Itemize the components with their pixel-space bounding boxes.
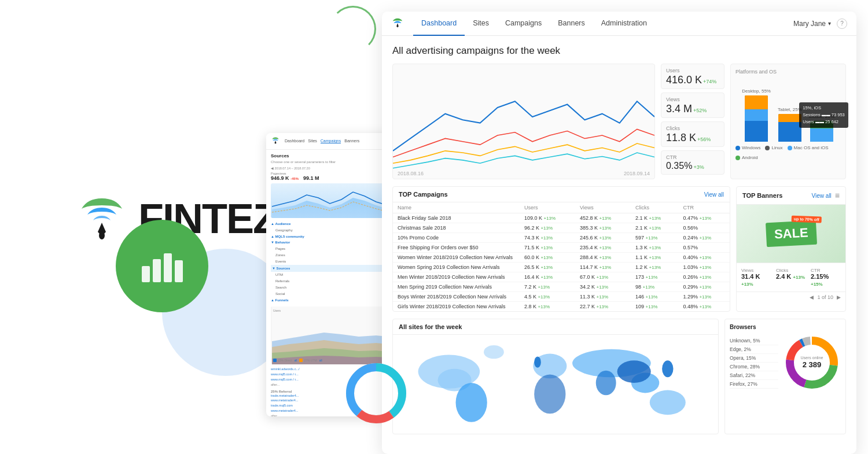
cell-ctr: 0.40% +13% <box>678 253 730 263</box>
cell-clicks: 1.3 K +13% <box>631 243 678 253</box>
platforms-panel: Platforms and OS Desktop, 55% Tablet, 25… <box>730 64 846 179</box>
cell-clicks: 2.1 K +13% <box>631 223 678 233</box>
cell-ctr: 0.57% <box>678 243 730 253</box>
main-campaign-chart: 2018.08.16 2018.09.14 <box>392 64 655 179</box>
platforms-title: Platforms and OS <box>735 69 841 75</box>
cell-views: 114.7 K +13% <box>575 263 631 272</box>
donut-center-label: Users online <box>801 355 823 360</box>
banners-header: TOP Banners View all ≡ <box>737 187 845 205</box>
nav-banners[interactable]: Banners <box>550 12 593 36</box>
cell-views: 11.3 K +13% <box>575 292 631 302</box>
cell-name: Boys Winter 2018/2019 Collection New Arr… <box>393 292 520 302</box>
svg-point-0 <box>99 231 105 239</box>
platforms-legend: Windows Linux Mac OS and iOS Android <box>735 145 841 160</box>
col-users: Users <box>520 202 575 213</box>
cell-clicks: 2.1 K +13% <box>631 213 678 223</box>
browser-firefox: Firefox, 27% <box>730 380 778 389</box>
nav-campaigns[interactable]: Campaigns <box>497 12 550 36</box>
top-right-circle-decoration <box>330 6 376 52</box>
stat-clicks-change: +56% <box>697 136 711 142</box>
aw-nav-banners[interactable]: Banners <box>344 139 359 143</box>
cell-name: Free Shipping For Orders over $50 <box>393 243 520 253</box>
campaigns-table: Name Users Views Clicks CTR Black Friday… <box>393 202 730 311</box>
banner-ctr: CTR 2.15% +15% <box>811 268 841 287</box>
cell-name: Men Spring 2019 Collection New Arrivals <box>393 282 520 292</box>
cell-users: 71.5 K +13% <box>520 243 575 253</box>
banner-clicks-value: 2.4 K +13% <box>776 273 806 280</box>
cell-name: Christmas Sale 2018 <box>393 223 520 233</box>
stat-users-value: 416.0 K <box>666 75 702 85</box>
browser-opera: Opera, 15% <box>730 354 778 363</box>
campaigns-view-all[interactable]: View all <box>704 191 724 198</box>
cell-ctr: 0.56% <box>678 223 730 233</box>
cell-clicks: 109 +13% <box>631 302 678 312</box>
banners-title: TOP Banners <box>742 192 782 199</box>
finteza-logo-icon <box>76 193 128 245</box>
nav-sites[interactable]: Sites <box>465 12 497 36</box>
banner-prev-icon[interactable]: ◀ <box>810 294 814 300</box>
cell-views: 67.0 K +13% <box>575 272 631 282</box>
chart-dates: 2018.08.16 2018.09.14 <box>393 168 654 179</box>
banners-menu-icon[interactable]: ≡ <box>835 191 840 200</box>
campaigns-panel: TOP Campaigns View all Name Users Views … <box>392 186 730 312</box>
table-row: Black Friday Sale 2018 109.0 K +13% 452.… <box>393 213 730 223</box>
legend-android: Android <box>742 155 758 160</box>
dashboard-content: All advertising campaigns for the week 2… <box>382 36 856 454</box>
nav-administration[interactable]: Administration <box>593 12 655 36</box>
cell-views: 288.4 K +13% <box>575 253 631 263</box>
legend-macos: Mac OS and iOS <box>794 145 829 150</box>
banner-next-icon[interactable]: ▶ <box>837 294 841 300</box>
browsers-donut: Users online 2 389 <box>783 334 841 392</box>
sites-panel: All sites for the week <box>392 319 719 434</box>
user-dropdown-icon[interactable]: ▾ <box>828 20 831 27</box>
aw-header: Dashboard Sites Campaigns Banners <box>266 133 393 150</box>
table-row: Free Shipping For Orders over $50 71.5 K… <box>393 243 730 253</box>
cell-views: 385.3 K +13% <box>575 223 631 233</box>
cell-name: 10% Promo Code <box>393 233 520 243</box>
cell-users: 4.5 K +13% <box>520 292 575 302</box>
cell-views: 22.7 K +13% <box>575 302 631 312</box>
svg-point-14 <box>534 374 565 414</box>
svg-rect-2 <box>153 259 161 282</box>
banner-clicks: Clicks 2.4 K +13% <box>776 268 806 287</box>
table-row: Men Winter 2018/2019 Collection New Arri… <box>393 272 730 282</box>
aw-nav: Dashboard Sites Campaigns Banners <box>285 139 359 143</box>
cell-users: 109.0 K +13% <box>520 213 575 223</box>
stat-clicks-label: Clicks <box>666 126 719 131</box>
legend-windows: Windows <box>742 145 760 150</box>
nav-right: Mary Jane ▾ ? <box>793 19 847 29</box>
cell-name: Black Friday Sale 2018 <box>393 213 520 223</box>
main-dashboard-window: Dashboard Sites Campaigns Banners Admini… <box>382 12 856 454</box>
stats-panel: Users 416.0 K +74% Views 3.4 M +52% Clic… <box>661 64 724 179</box>
browser-edge: Edge, 2% <box>730 345 778 354</box>
user-name: Mary Jane <box>793 20 826 28</box>
campaigns-title: TOP Campaigns <box>399 191 448 198</box>
user-badge[interactable]: Mary Jane ▾ <box>793 20 831 28</box>
cell-users: 74.3 K +13% <box>520 233 575 243</box>
browser-unknown: Unknown, 5% <box>730 337 778 345</box>
donut-center: Users online 2 389 <box>801 355 823 370</box>
browsers-title: Browsers <box>730 324 841 330</box>
help-icon[interactable]: ? <box>837 19 847 29</box>
sites-title: All sites for the week <box>399 323 462 330</box>
sale-badge: SALE <box>766 220 817 247</box>
banner-clicks-label: Clicks <box>776 268 806 273</box>
browsers-list: Unknown, 5% Edge, 2% Opera, 15% Chrome, … <box>730 337 778 389</box>
aw-date-bar: ◀ 2018.07.14 – 2018.07.20 ▶ <box>271 167 389 170</box>
stat-ctr-change: +3% <box>693 164 704 170</box>
svg-point-16 <box>596 371 616 396</box>
stat-ctr: CTR 0.35% +3% <box>661 150 724 175</box>
aw-nav-campaigns[interactable]: Campaigns <box>321 139 341 143</box>
cell-clicks: 1.2 K +13% <box>631 263 678 272</box>
browsers-content: Unknown, 5% Edge, 2% Opera, 15% Chrome, … <box>730 334 841 392</box>
stat-users-label: Users <box>666 68 719 73</box>
banner-views-value: 31.4 K +13% <box>741 273 771 287</box>
nav-dashboard[interactable]: Dashboard <box>413 12 465 36</box>
donut-center-value: 2 389 <box>801 360 823 370</box>
cell-clicks: 173 +13% <box>631 272 678 282</box>
aw-nav-sites[interactable]: Sites <box>308 139 317 143</box>
cell-users: 2.8 K +13% <box>520 302 575 312</box>
banners-view-all[interactable]: View all <box>812 193 832 199</box>
aw-nav-dashboard[interactable]: Dashboard <box>285 139 304 143</box>
cell-users: 26.5 K +13% <box>520 263 575 272</box>
